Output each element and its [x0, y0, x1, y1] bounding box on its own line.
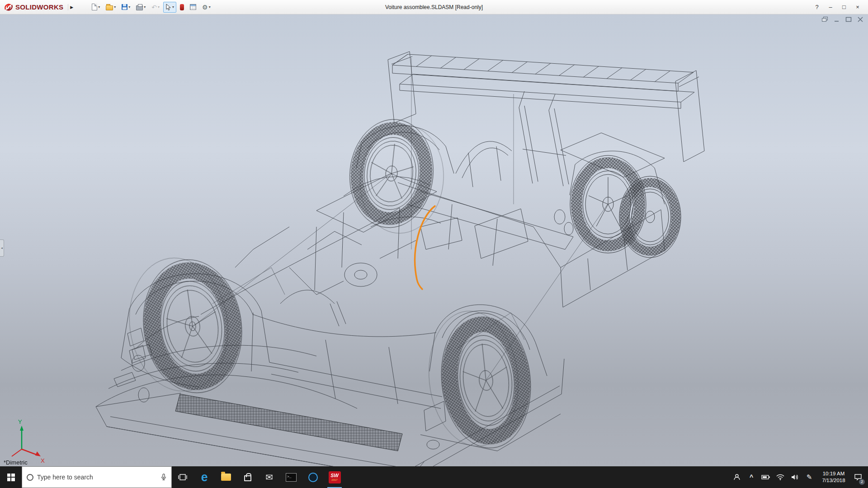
solidworks-logo-icon — [4, 3, 14, 12]
gear-icon: ⚙ — [202, 4, 208, 10]
taskbar-app-file-explorer[interactable] — [215, 466, 237, 488]
solidworks-app-icon: SW 2017 — [329, 471, 341, 483]
taskbar-app-command-prompt[interactable]: >_ — [280, 466, 302, 488]
caret-down-icon[interactable]: ▾ — [98, 5, 100, 9]
caret-down-icon[interactable]: ▾ — [172, 5, 174, 9]
file-explorer-icon — [221, 474, 231, 481]
doc-minimize-icon[interactable] — [834, 17, 840, 22]
open-folder-icon — [106, 5, 113, 10]
caret-down-icon[interactable]: ▾ — [209, 5, 211, 9]
highlighted-edge[interactable] — [415, 206, 435, 289]
task-view-button[interactable] — [172, 466, 193, 488]
taskbar-app-solidworks[interactable]: SW 2017 — [324, 466, 345, 488]
featuremanager-collapsed-tab[interactable]: ◂ — [0, 239, 4, 257]
notification-badge: 2 — [859, 479, 865, 485]
doc-close-icon[interactable] — [857, 17, 863, 22]
print-icon — [136, 5, 143, 10]
minimize-button[interactable]: – — [824, 0, 837, 14]
orientation-triad: Y X — [12, 418, 45, 464]
store-icon — [244, 475, 251, 481]
edge-icon: e — [201, 471, 208, 483]
edge-tab-arrow-icon: ◂ — [1, 246, 3, 250]
taskbar: e ✉ >_ SW 2017 ^ — [0, 466, 868, 488]
system-tray: ^ ✎ 10:19 AM 7/13/2018 — [730, 466, 868, 488]
mail-icon: ✉ — [266, 473, 274, 482]
solidworks-icon-text: SW — [330, 473, 339, 478]
new-document-icon — [92, 4, 97, 10]
graphics-area[interactable]: Y X ◂ *Dimetric — [0, 14, 868, 466]
chevron-up-icon: ^ — [750, 474, 753, 481]
taskbar-app-mail[interactable]: ✉ — [259, 466, 280, 488]
suspension-wireframe — [194, 174, 608, 380]
save-button[interactable]: ▾ — [119, 2, 132, 13]
cortana-icon — [27, 474, 33, 481]
caret-down-icon[interactable]: ▾ — [158, 5, 160, 9]
window-controls: ? – □ × — [810, 0, 864, 14]
open-button[interactable]: ▾ — [104, 2, 118, 13]
brand-text: SOLIDWORKS — [15, 3, 63, 11]
battery-button[interactable] — [759, 466, 773, 488]
document-window-controls — [822, 17, 863, 22]
volume-button[interactable] — [788, 466, 802, 488]
caret-down-icon[interactable]: ▾ — [144, 5, 146, 9]
toolbar-expand-arrow-icon[interactable]: ▶ — [68, 4, 75, 10]
speaker-icon — [791, 474, 799, 480]
action-center-button[interactable]: 2 — [851, 466, 865, 488]
triad-y-label: Y — [18, 418, 22, 425]
pen-icon: ✎ — [807, 473, 812, 481]
start-button[interactable] — [0, 466, 22, 488]
quick-access-toolbar: ▾ ▾ ▾ ▾ ↶ ▾ ▾ ⚙ — [90, 2, 212, 13]
people-button[interactable] — [730, 466, 744, 488]
command-prompt-icon: >_ — [286, 473, 297, 482]
content-central-icon — [180, 4, 184, 10]
hidden-icons-button[interactable]: ^ — [744, 466, 759, 488]
network-button[interactable] — [773, 466, 788, 488]
triad-x-label: X — [41, 457, 45, 464]
battery-icon — [761, 474, 770, 480]
select-cursor-icon — [165, 4, 171, 10]
wifi-icon — [776, 474, 784, 480]
search-input[interactable] — [37, 474, 157, 481]
window-title: Voiture assomblee.SLDASM [Read-only] — [385, 4, 483, 10]
close-button[interactable]: × — [851, 0, 864, 14]
save-icon — [122, 4, 127, 10]
solidworks-icon-year: 2017 — [331, 479, 337, 481]
taskbar-clock[interactable]: 10:19 AM 7/13/2018 — [816, 470, 851, 484]
options-button[interactable]: ⚙ ▾ — [200, 2, 213, 13]
clock-time: 10:19 AM — [816, 470, 851, 477]
solidworks-logo: SOLIDWORKS ▶ — [0, 3, 78, 12]
caret-down-icon[interactable]: ▾ — [128, 5, 130, 9]
caret-down-icon[interactable]: ▾ — [114, 5, 116, 9]
people-icon — [733, 474, 741, 481]
rear-wing-wireframe — [388, 52, 704, 249]
design-table-button[interactable] — [188, 2, 198, 13]
taskbar-search[interactable] — [22, 466, 172, 488]
pinned-app-icon — [308, 473, 318, 482]
microphone-icon[interactable] — [160, 474, 167, 481]
doc-maximize-icon[interactable] — [845, 17, 852, 22]
windows-ink-button[interactable]: ✎ — [802, 466, 816, 488]
content-central-button[interactable] — [178, 2, 186, 13]
taskbar-app-store[interactable] — [237, 466, 259, 488]
print-button[interactable]: ▾ — [134, 2, 148, 13]
undo-icon: ↶ — [151, 4, 157, 10]
taskbar-app-edge[interactable]: e — [193, 466, 215, 488]
undo-button[interactable]: ↶ ▾ — [149, 2, 162, 13]
maximize-button[interactable]: □ — [837, 0, 851, 14]
help-button[interactable]: ? — [810, 0, 824, 14]
titlebar: SOLIDWORKS ▶ ▾ ▾ ▾ ▾ ↶ ▾ ▾ — [0, 0, 868, 14]
doc-restore-icon[interactable] — [822, 17, 828, 22]
design-table-icon — [190, 4, 196, 10]
wireframe-car-model[interactable]: Y X — [0, 14, 868, 466]
select-tool-button[interactable]: ▾ — [163, 2, 176, 13]
windows-logo-icon — [7, 474, 15, 481]
new-document-button[interactable]: ▾ — [90, 2, 102, 13]
clock-date: 7/13/2018 — [816, 477, 851, 484]
task-view-icon — [178, 473, 188, 481]
taskbar-app-pinned[interactable] — [302, 466, 324, 488]
view-orientation-label: *Dimetric — [4, 459, 28, 466]
